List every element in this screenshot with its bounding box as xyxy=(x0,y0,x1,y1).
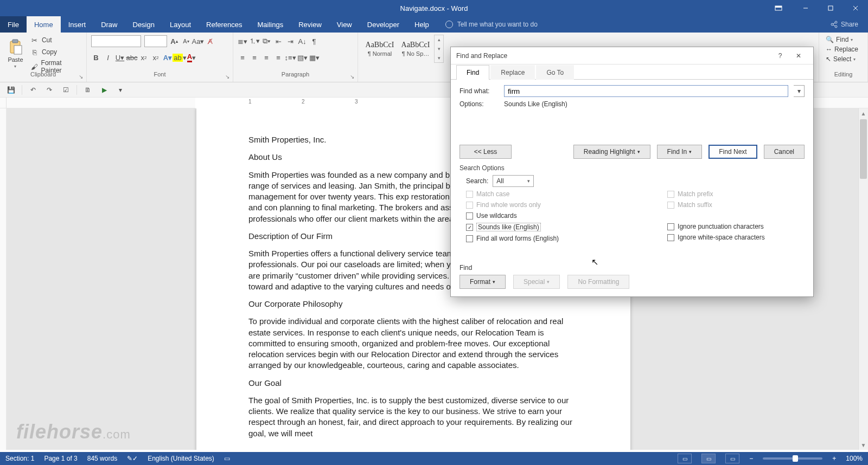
chk-ignore-ws[interactable]: Ignore white-space characters xyxy=(667,234,765,241)
zoom-slider[interactable] xyxy=(763,457,822,460)
ribbon-display-options[interactable] xyxy=(770,0,787,16)
find-next-button[interactable]: Find Next xyxy=(709,145,757,159)
status-spellcheck-icon[interactable]: ✎✓ xyxy=(127,455,138,462)
strikethrough-button[interactable]: abc xyxy=(127,53,137,62)
tab-review[interactable]: Review xyxy=(291,16,329,33)
text-effects-button[interactable]: A▾ xyxy=(163,53,173,62)
zoom-level[interactable]: 100% xyxy=(846,455,863,462)
clear-formatting-button[interactable]: A̸ xyxy=(205,36,215,46)
format-button[interactable]: Format▾ xyxy=(459,275,506,289)
maximize-button[interactable] xyxy=(818,0,843,16)
find-in-button[interactable]: Find In▾ xyxy=(657,145,703,159)
view-read-mode[interactable]: ▭ xyxy=(678,454,692,463)
scroll-up-arrow[interactable]: ▲ xyxy=(859,108,868,118)
vertical-scrollbar[interactable]: ▲ ▼ xyxy=(858,108,868,450)
dialog-close-button[interactable]: ✕ xyxy=(789,48,808,63)
tab-goto[interactable]: Go To xyxy=(536,65,574,80)
qat-more[interactable]: ▾ xyxy=(115,85,126,95)
tab-replace[interactable]: Replace xyxy=(490,65,535,80)
align-center-button[interactable]: ≡ xyxy=(250,53,259,62)
align-left-button[interactable]: ≡ xyxy=(238,53,247,62)
tab-draw[interactable]: Draw xyxy=(93,16,125,33)
decrease-indent-button[interactable]: ⇤ xyxy=(273,36,283,46)
status-words[interactable]: 845 words xyxy=(87,455,117,462)
align-right-button[interactable]: ≡ xyxy=(261,53,271,62)
paste-button[interactable]: Paste ▾ xyxy=(4,35,27,73)
font-name-combo[interactable] xyxy=(91,35,141,47)
italic-button[interactable]: I xyxy=(103,53,113,62)
status-language[interactable]: English (United States) xyxy=(148,455,214,462)
tab-design[interactable]: Design xyxy=(125,16,162,33)
tab-insert[interactable]: Insert xyxy=(61,16,94,33)
close-button[interactable] xyxy=(843,0,868,16)
share-button[interactable]: Share xyxy=(820,16,868,33)
chk-wildcards[interactable]: Use wildcards xyxy=(466,212,559,219)
zoom-in-button[interactable]: + xyxy=(832,455,836,462)
tab-mailings[interactable]: Mailings xyxy=(250,16,291,33)
scroll-down-arrow[interactable]: ▼ xyxy=(859,440,868,450)
qat-new[interactable]: 🗎 xyxy=(82,85,93,95)
sort-button[interactable]: A↓ xyxy=(297,36,307,46)
findwhat-input[interactable] xyxy=(504,85,788,97)
reading-highlight-button[interactable]: Reading Highlight▾ xyxy=(573,145,650,159)
zoom-out-button[interactable]: − xyxy=(749,455,753,462)
search-direction-combo[interactable]: All▾ xyxy=(493,175,534,187)
tell-me-search[interactable]: Tell me what you want to do xyxy=(437,16,546,33)
styles-gallery-more[interactable]: ▴▾▾ xyxy=(434,35,444,63)
tab-references[interactable]: References xyxy=(199,16,250,33)
style-normal[interactable]: AaBbCcI¶ Normal xyxy=(362,35,397,63)
tab-help[interactable]: Help xyxy=(407,16,437,33)
tab-view[interactable]: View xyxy=(329,16,360,33)
highlight-button[interactable]: ab▾ xyxy=(175,53,184,62)
borders-button[interactable]: ▦▾ xyxy=(309,53,319,62)
qat-redo[interactable]: ↷ xyxy=(44,85,55,95)
bold-button[interactable]: B xyxy=(91,53,101,62)
tab-find[interactable]: Find xyxy=(456,65,489,80)
multilevel-button[interactable]: ⧉▾ xyxy=(261,36,271,46)
cancel-button[interactable]: Cancel xyxy=(764,145,805,159)
chk-ignore-punct[interactable]: Ignore punctuation characters xyxy=(667,223,765,230)
increase-indent-button[interactable]: ⇥ xyxy=(285,36,295,46)
view-web-layout[interactable]: ▭ xyxy=(725,454,739,463)
view-print-layout[interactable]: ▭ xyxy=(701,454,716,463)
paragraph-dialog-launcher[interactable]: ↘ xyxy=(349,73,355,80)
style-nospacing[interactable]: AaBbCcI¶ No Sp… xyxy=(398,35,433,63)
select-button[interactable]: ↖Select▾ xyxy=(824,54,863,64)
find-button[interactable]: 🔍Find▾ xyxy=(824,35,863,44)
dialog-titlebar[interactable]: Find and Replace ? ✕ xyxy=(451,47,813,64)
dialog-help-button[interactable]: ? xyxy=(771,48,789,63)
findwhat-dropdown[interactable]: ▾ xyxy=(794,85,805,97)
clipboard-dialog-launcher[interactable]: ↘ xyxy=(78,73,84,80)
font-size-combo[interactable] xyxy=(144,35,167,47)
status-section[interactable]: Section: 1 xyxy=(5,455,34,462)
cut-button[interactable]: ✂Cut xyxy=(29,35,82,46)
status-macro-icon[interactable]: ▭ xyxy=(224,455,230,462)
show-marks-button[interactable]: ¶ xyxy=(309,36,319,46)
bullets-button[interactable]: ≣▾ xyxy=(238,36,247,46)
underline-button[interactable]: U▾ xyxy=(115,53,125,62)
minimize-button[interactable] xyxy=(793,0,818,16)
qat-touch-mode[interactable]: ☑ xyxy=(60,85,71,95)
chk-word-forms[interactable]: Find all word forms (English) xyxy=(466,235,559,242)
shading-button[interactable]: ▧▾ xyxy=(297,53,307,62)
numbering-button[interactable]: ⒈▾ xyxy=(250,36,259,46)
font-color-button[interactable]: A▾ xyxy=(187,53,196,62)
superscript-button[interactable]: x2 xyxy=(151,53,161,62)
justify-button[interactable]: ≡ xyxy=(273,53,283,62)
zoom-slider-knob[interactable] xyxy=(793,455,798,462)
vertical-ruler[interactable] xyxy=(0,108,7,450)
chk-sounds-like[interactable]: ✓Sounds like (English) xyxy=(466,223,559,231)
line-spacing-button[interactable]: ↕≡▾ xyxy=(285,53,295,62)
copy-button[interactable]: ⎘Copy xyxy=(29,47,82,57)
tab-layout[interactable]: Layout xyxy=(162,16,199,33)
grow-font-button[interactable]: A▴ xyxy=(169,36,179,46)
qat-save[interactable]: 💾 xyxy=(5,85,16,95)
font-dialog-launcher[interactable]: ↘ xyxy=(224,73,231,80)
qat-macro-play[interactable]: ▶ xyxy=(99,85,110,95)
tab-home[interactable]: Home xyxy=(27,16,61,33)
less-button[interactable]: << Less xyxy=(459,145,512,159)
status-page[interactable]: Page 1 of 3 xyxy=(44,455,77,462)
change-case-button[interactable]: Aa▾ xyxy=(193,36,203,46)
tab-file[interactable]: File xyxy=(0,16,27,33)
tab-developer[interactable]: Developer xyxy=(360,16,407,33)
